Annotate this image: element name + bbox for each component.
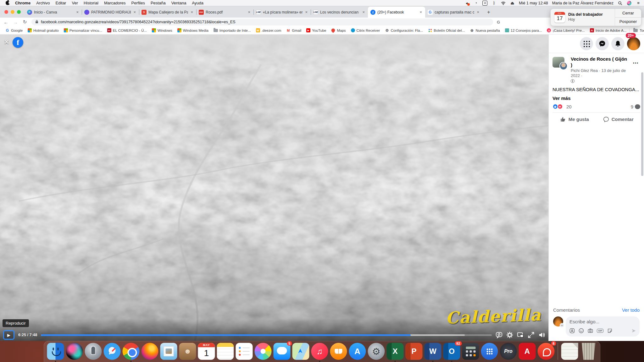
menu-perfiles[interactable]: Perfiles <box>129 1 148 5</box>
dock-siri[interactable] <box>66 343 83 360</box>
menu-ventana[interactable]: Ventana <box>169 1 189 5</box>
dock-system-preferences[interactable]: ⚙ <box>368 343 385 360</box>
dock-photos[interactable] <box>255 343 272 360</box>
tab-lne-vecinos[interactable]: LNE Los vecinos denuncian la conta... × <box>311 7 368 18</box>
tab-facebook-active[interactable]: f (20+) Facebook × <box>368 7 425 18</box>
dock-reminders[interactable] <box>236 343 253 360</box>
dock-contacts[interactable]: ☻ <box>179 343 196 360</box>
dock-notes[interactable] <box>217 343 234 360</box>
volume-icon[interactable] <box>538 332 545 338</box>
page-avatar[interactable] <box>552 56 568 70</box>
tab-close-icon[interactable]: × <box>75 10 79 14</box>
time-machine-icon[interactable]: ◔ <box>473 1 478 6</box>
dock-firefox[interactable] <box>142 343 158 360</box>
bookmark-windows[interactable]: Windows <box>150 28 175 32</box>
tab-close-icon[interactable]: × <box>247 10 251 14</box>
play-button[interactable]: ▶ <box>3 330 14 340</box>
zoom-window-button[interactable] <box>17 10 21 14</box>
menu-chrome[interactable]: Chrome <box>12 1 33 5</box>
new-tab-button[interactable]: + <box>484 8 493 17</box>
gif-icon[interactable]: GIF <box>597 329 603 333</box>
dock-red-badge-app[interactable]: 6 <box>538 343 555 360</box>
close-window-button[interactable] <box>4 10 8 14</box>
address-bar[interactable]: facebook.com/marcelino.gonzalezrea/video… <box>31 19 493 25</box>
bookmark-nueva-pestana[interactable]: ⊕Nueva pestaña <box>468 28 502 32</box>
avatar-sticker-icon[interactable] <box>569 328 575 333</box>
dock-app-store[interactable]: A <box>349 343 366 360</box>
menu-pestana[interactable]: Pestaña <box>148 1 169 5</box>
close-video-icon[interactable]: ✕ <box>4 38 9 46</box>
bookmark-maps[interactable]: Maps <box>329 28 348 32</box>
comment-button[interactable]: Comentar <box>597 114 641 124</box>
bookmark-consejos[interactable]: 12 Consejos para... <box>503 28 544 32</box>
video-player[interactable]: ✕ f Calderilla Reproducir ▶ 6:25 / 7:48 <box>0 35 548 341</box>
see-all-comments-link[interactable]: Ver todo <box>622 307 640 313</box>
menu-ver[interactable]: Ver <box>69 1 81 5</box>
window-manager-icon[interactable]: ✳ <box>482 1 487 6</box>
dock-music[interactable]: ♫ <box>311 343 328 360</box>
settings-gear-icon[interactable] <box>506 332 513 338</box>
bookmark-hotmail[interactable]: Hotmail gratuito <box>25 28 61 32</box>
notification-close-button[interactable]: Cerrar <box>615 9 641 17</box>
bookmark-configuracion[interactable]: ⚙Configuración: Fla... <box>383 28 425 32</box>
dock-calculator[interactable] <box>462 343 479 360</box>
tab-close-icon[interactable]: × <box>133 10 136 14</box>
tab-mapa-callejero[interactable]: S Mapa Callejero de la Parroquia × <box>139 7 196 18</box>
dock-powerpoint[interactable]: P <box>406 343 423 360</box>
dock-safari[interactable] <box>104 343 121 360</box>
tab-close-icon[interactable]: × <box>419 10 423 14</box>
dock-document[interactable] <box>561 343 578 360</box>
bookmark-personalizar[interactable]: Personalizar víncu... <box>62 28 104 32</box>
messenger-icon[interactable] <box>596 37 609 50</box>
dock-messages[interactable]: 5 <box>274 343 291 360</box>
dock-outlook[interactable]: O82 <box>443 343 460 360</box>
forward-icon[interactable]: → <box>13 19 18 25</box>
see-more-link[interactable]: Ver más <box>552 95 640 101</box>
bookmark-deezer[interactable]: W.deezer.com <box>254 28 284 32</box>
bookmark-importado[interactable]: Importado de Inte... <box>211 29 253 32</box>
notification-center-icon[interactable]: ≡ <box>636 1 641 6</box>
dock-calendar[interactable]: MAY 1 <box>198 343 215 360</box>
tab-close-icon[interactable]: × <box>476 10 480 14</box>
tab-close-icon[interactable]: × <box>190 10 194 14</box>
bookmark-citrix[interactable]: Citrix Receiver <box>349 28 382 32</box>
menu-clock[interactable]: Mié 1 may 12:48 <box>519 1 548 5</box>
like-button[interactable]: Me gusta <box>552 114 597 124</box>
comment-input[interactable]: Escribe algo... GIF <box>566 316 640 337</box>
comment-count-group[interactable]: 9 <box>631 104 640 109</box>
eject-icon[interactable]: ⏏ <box>510 1 515 6</box>
notifications-bell-icon[interactable] <box>611 37 625 50</box>
dock-finder[interactable] <box>47 343 64 360</box>
notification-snooze-button[interactable]: Posponer <box>615 17 641 26</box>
dock-blue-grid-app[interactable] <box>481 343 498 360</box>
dock-acrobat[interactable]: A <box>519 343 536 360</box>
fullscreen-icon[interactable] <box>528 332 535 338</box>
tab-close-icon[interactable]: × <box>362 10 365 14</box>
send-comment-icon[interactable]: ➤ <box>631 327 636 334</box>
refresh-icon[interactable]: ↻ <box>22 19 28 25</box>
dock-launchpad[interactable] <box>85 343 102 360</box>
dock-mail[interactable] <box>160 343 177 360</box>
bookmark-airbnb[interactable]: ∧¡Casa Liberty! Pre... <box>545 28 587 32</box>
lock-icon[interactable] <box>35 20 38 25</box>
emoji-icon[interactable] <box>579 328 584 333</box>
profile-avatar[interactable] <box>627 37 640 50</box>
bookmark-windows-media[interactable]: Windows Media <box>175 28 211 32</box>
spotlight-icon[interactable] <box>618 1 623 6</box>
menu-user-name[interactable]: Maria de la Paz Álvarez Fernández <box>552 1 613 5</box>
tab-patrimonio[interactable]: PATRIMONIO HIDRAÚLICO - P... × <box>82 7 139 18</box>
menu-historial[interactable]: Historial <box>81 1 101 5</box>
dock-excel[interactable]: X <box>387 343 404 360</box>
reaction-count[interactable]: 20 <box>566 104 572 109</box>
bookmark-elcomercio[interactable]: ECEL COMERCIO - Ú... <box>105 28 149 32</box>
bookmark-boletin[interactable]: Boletín Oficial del... <box>426 28 467 32</box>
progress-bar[interactable] <box>41 334 492 336</box>
picture-in-picture-icon[interactable] <box>517 332 524 338</box>
dock-pro-app[interactable]: Pro <box>500 343 517 360</box>
tab-lne-molinera[interactable]: LNE «La pícara molinera» era de La... × <box>253 7 311 18</box>
apple-menu-icon[interactable] <box>6 1 10 5</box>
dock-books[interactable] <box>330 343 347 360</box>
sidebar-scrollbar[interactable] <box>641 72 643 176</box>
camera-icon[interactable] <box>588 328 593 333</box>
dock-chrome[interactable] <box>123 343 140 360</box>
